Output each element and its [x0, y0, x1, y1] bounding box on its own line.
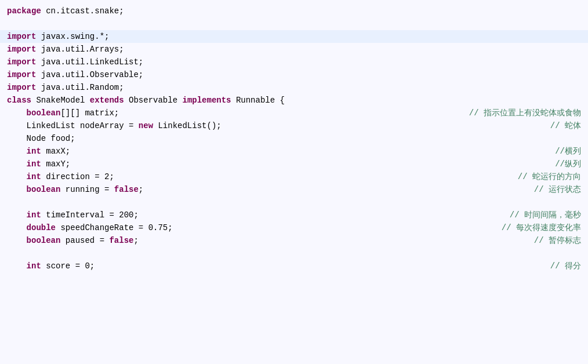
code-text: import javax.swing.*; [7, 30, 308, 43]
code-text: int maxY; [7, 158, 308, 170]
code-line: int timeInterval = 200; // 时间间隔，毫秒 [0, 209, 588, 221]
code-line: int maxX; //横列 [0, 145, 588, 158]
code-line: import java.util.Arrays; [0, 43, 588, 56]
code-text: boolean running = false; [7, 183, 308, 196]
code-text: int direction = 2; [7, 170, 308, 183]
code-line: class SnakeModel extends Observable impl… [0, 94, 588, 107]
comment-text: // 蛇体 [550, 119, 581, 132]
comment-text: // 蛇运行的方向 [518, 170, 581, 183]
comment-text: // 得分 [550, 260, 581, 272]
comment-padding [308, 221, 502, 234]
code-text: int score = 0; [7, 260, 308, 272]
blank-line [0, 247, 588, 260]
code-line: int maxY; //纵列 [0, 158, 588, 170]
code-line: import javax.swing.*; [0, 30, 588, 43]
code-line: import java.util.LinkedList; [0, 56, 588, 68]
code-text: int maxX; [7, 145, 308, 158]
code-text: import java.util.LinkedList; [7, 56, 308, 68]
comment-padding [308, 209, 510, 221]
code-text: import java.util.Random; [7, 81, 308, 94]
code-text: class SnakeModel extends Observable impl… [7, 94, 308, 107]
code-line: boolean paused = false; // 暂停标志 [0, 234, 588, 247]
code-line: LinkedList nodeArray = new LinkedList();… [0, 119, 588, 132]
comment-text: // 暂停标志 [534, 234, 581, 247]
code-text: boolean[][] matrix; [7, 107, 308, 119]
comment-padding [308, 158, 555, 170]
comment-text: //纵列 [555, 158, 581, 170]
code-text: import java.util.Arrays; [7, 43, 308, 56]
code-line: package cn.itcast.snake; [0, 5, 588, 17]
comment-text: // 指示位置上有没蛇体或食物 [469, 107, 581, 119]
code-line: int score = 0; // 得分 [0, 260, 588, 272]
code-text: import java.util.Observable; [7, 68, 308, 81]
comment-padding [308, 170, 518, 183]
code-line: double speedChangeRate = 0.75; // 每次得速度变… [0, 221, 588, 234]
code-line: boolean[][] matrix; // 指示位置上有没蛇体或食物 [0, 107, 588, 119]
code-text: double speedChangeRate = 0.75; [7, 221, 308, 234]
code-text: package cn.itcast.snake; [7, 5, 308, 17]
comment-padding [308, 234, 534, 247]
code-text: boolean paused = false; [7, 234, 308, 247]
code-editor: package cn.itcast.snake;import javax.swi… [0, 0, 588, 364]
comment-text: // 运行状态 [534, 183, 581, 196]
comment-padding [308, 145, 555, 158]
code-text: Node food; [7, 132, 308, 145]
code-line: boolean running = false; // 运行状态 [0, 183, 588, 196]
comment-text: // 时间间隔，毫秒 [510, 209, 581, 221]
comment-text: // 每次得速度变化率 [502, 221, 581, 234]
comment-padding [308, 183, 534, 196]
code-line: import java.util.Observable; [0, 68, 588, 81]
comment-padding [308, 107, 469, 119]
blank-line [0, 196, 588, 209]
code-line: import java.util.Random; [0, 81, 588, 94]
code-text: int timeInterval = 200; [7, 209, 308, 221]
comment-text: //横列 [555, 145, 581, 158]
comment-padding [308, 119, 550, 132]
code-line: Node food; [0, 132, 588, 145]
blank-line [0, 17, 588, 30]
code-text: LinkedList nodeArray = new LinkedList(); [7, 119, 308, 132]
code-line: int direction = 2; // 蛇运行的方向 [0, 170, 588, 183]
comment-padding [308, 260, 550, 272]
